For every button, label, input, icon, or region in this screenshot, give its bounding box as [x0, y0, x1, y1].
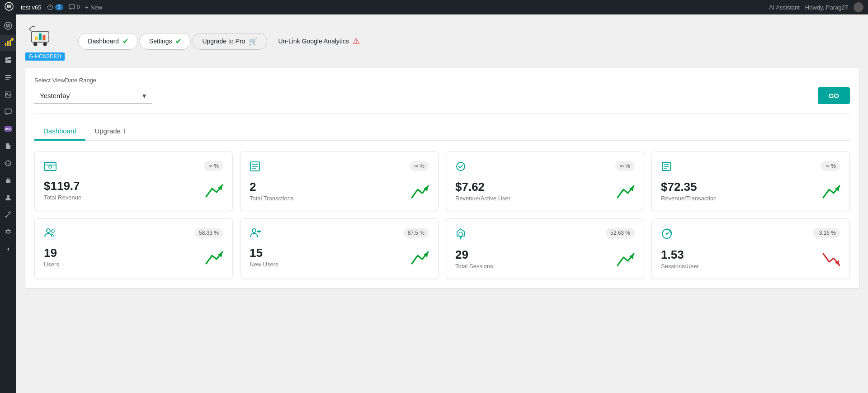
svg-point-9	[6, 93, 8, 94]
stat-badge-sessions: 52.63 %	[606, 228, 635, 238]
sidebar-item-tools[interactable]	[0, 207, 16, 223]
updates-item[interactable]: 3	[47, 4, 63, 10]
sidebar-item-analytics[interactable]	[0, 35, 16, 51]
trend-up-icon-rev-user	[617, 185, 635, 202]
sidebar-item-pages[interactable]	[0, 138, 16, 154]
sidebar-item-collapse[interactable]	[0, 241, 16, 257]
howdy-text: Howdy, Parag27	[805, 4, 848, 11]
nav-tab-settings[interactable]: Settings ✔	[140, 33, 191, 50]
stat-badge-transactions: ∞ %	[410, 161, 429, 171]
stat-value-rev-trans: $72.35	[661, 180, 717, 194]
svg-point-15	[7, 195, 9, 198]
sidebar-item-dashboard[interactable]	[0, 52, 16, 68]
stat-value-sessions: 29	[455, 248, 493, 262]
svg-rect-23	[44, 162, 56, 170]
svg-text:Woo: Woo	[5, 128, 11, 131]
nav-tab-unlink[interactable]: Un-Link Google Analytics ⚠	[269, 33, 368, 50]
stat-icon-transactions	[250, 161, 260, 175]
stat-label-users: Users	[44, 261, 59, 268]
stat-card-new-users: 87.5 % 15 New Users	[240, 218, 439, 279]
svg-rect-19	[35, 37, 38, 41]
sidebar-item-plugins[interactable]	[0, 173, 16, 188]
svg-rect-6	[7, 41, 9, 46]
trend-up-icon-revenue	[205, 184, 223, 201]
svg-point-41	[52, 230, 54, 232]
wp-logo-icon[interactable]: W	[5, 2, 14, 13]
stat-label-rev-user: Revenue/Active User	[455, 195, 510, 202]
sidebar-item-comments[interactable]	[0, 104, 16, 119]
trend-up-icon-users	[205, 251, 223, 268]
trend-up-icon-sessions	[617, 253, 635, 270]
svg-rect-10	[5, 109, 11, 114]
tab-upgrade-label: Upgrade	[94, 127, 121, 135]
stat-card-users: 58.33 % 19 Users	[34, 218, 233, 279]
stat-value-transactions: 2	[250, 180, 294, 194]
stat-label-revenue: Total Revenue	[44, 194, 81, 201]
go-button[interactable]: GO	[818, 87, 850, 104]
site-name[interactable]: test v65	[21, 4, 42, 11]
stat-value-users: 19	[44, 246, 59, 260]
ai-assistant-link[interactable]: AI Assistant	[769, 4, 800, 11]
svg-rect-8	[5, 92, 11, 97]
date-range-section: Select ViewDate Range Yesterday Today La…	[34, 77, 850, 114]
sidebar-item-users[interactable]	[0, 190, 16, 205]
comments-item[interactable]: 0	[69, 4, 80, 10]
svg-rect-14	[6, 180, 10, 183]
plugin-nav: Dashboard ✔ Settings ✔ Upgrade to Pro 🛒 …	[78, 33, 368, 50]
sidebar: W Woo	[0, 14, 16, 393]
stat-label-new-users: New Users	[250, 261, 278, 268]
stat-icon-users	[44, 228, 56, 241]
stat-badge-revenue: ∞ %	[204, 161, 223, 171]
svg-line-22	[29, 29, 31, 31]
date-range-select[interactable]: Yesterday Today Last 7 Days Last 30 Days…	[34, 88, 152, 104]
sidebar-item-settings[interactable]	[0, 224, 16, 240]
stat-badge-users: 58.33 %	[194, 228, 223, 238]
stat-icon-new-users	[250, 228, 261, 241]
date-select-wrapper[interactable]: Yesterday Today Last 7 Days Last 30 Days…	[34, 88, 152, 104]
nav-tab-dashboard[interactable]: Dashboard ✔	[78, 33, 138, 50]
updates-count: 3	[55, 4, 63, 10]
stat-badge-new-users: 87.5 %	[403, 228, 429, 238]
tab-info-icon: ℹ	[123, 128, 126, 135]
nav-dashboard-label: Dashboard	[88, 38, 119, 45]
stat-icon-revenue	[44, 161, 57, 174]
main-content: Select ViewDate Range Yesterday Today La…	[25, 68, 859, 288]
avatar[interactable]	[854, 2, 863, 12]
stat-icon-rev-trans	[661, 161, 672, 175]
stat-icon-rev-user	[455, 161, 466, 175]
nav-unlink-label: Un-Link Google Analytics	[278, 38, 349, 45]
trend-up-icon-rev-trans	[822, 185, 840, 202]
unlink-alert-icon: ⚠	[353, 36, 360, 46]
svg-rect-20	[39, 33, 42, 40]
plugin-logo: G-HCN3D82t	[25, 22, 65, 61]
sidebar-item-wp[interactable]: W	[0, 18, 16, 33]
tracking-id-badge[interactable]: G-HCN3D82t	[25, 52, 65, 61]
stat-icon-sessions	[455, 228, 466, 242]
tab-dashboard-label: Dashboard	[43, 127, 76, 135]
stat-value-revenue: $119.7	[44, 179, 81, 193]
tab-dashboard[interactable]: Dashboard	[34, 123, 85, 141]
stat-label-sessions-user: Sessions/User	[661, 263, 699, 270]
stat-label-rev-trans: Revenue/Transaction	[661, 195, 717, 202]
svg-line-51	[667, 232, 669, 234]
stat-label-transactions: Total Transctions	[250, 195, 294, 202]
svg-text:W: W	[7, 4, 12, 9]
dashboard-tabs: Dashboard Upgrade ℹ	[34, 123, 850, 141]
svg-point-18	[43, 42, 47, 46]
sidebar-item-posts[interactable]	[0, 70, 16, 85]
content-area: G-HCN3D82t Dashboard ✔ Settings ✔ Upgrad…	[16, 14, 868, 393]
sidebar-item-woo[interactable]: Woo	[0, 121, 16, 137]
new-button[interactable]: + New	[85, 4, 102, 11]
stat-card-sessions-user: -3.16 % 1.53 Sessions/User	[651, 218, 850, 279]
sidebar-item-media[interactable]	[0, 87, 16, 102]
nav-tab-upgrade[interactable]: Upgrade to Pro 🛒	[193, 33, 267, 50]
date-range-label: Select ViewDate Range	[34, 77, 850, 84]
stat-badge-rev-user: ∞ %	[615, 161, 635, 171]
tab-upgrade[interactable]: Upgrade ℹ	[85, 123, 135, 141]
stat-badge-rev-trans: ∞ %	[821, 161, 840, 171]
svg-rect-21	[42, 35, 45, 40]
sidebar-item-appearance[interactable]	[0, 156, 16, 171]
svg-rect-5	[5, 43, 6, 46]
nav-settings-label: Settings	[149, 38, 172, 45]
dashboard-check-icon: ✔	[123, 37, 128, 46]
